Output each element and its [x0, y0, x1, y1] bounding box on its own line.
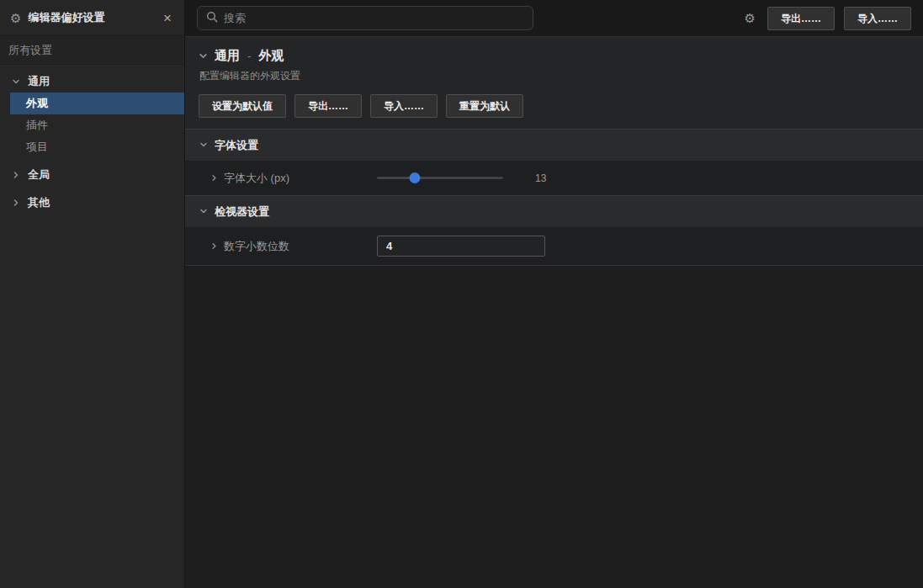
page-title: 外观 [258, 48, 284, 64]
breadcrumb-separator: - [247, 50, 252, 62]
close-icon[interactable]: × [161, 11, 174, 25]
page-actions: 设置为默认值 导出…… 导入…… 重置为默认 [199, 94, 910, 118]
editor-preferences-window: ⚙ 编辑器偏好设置 × 所有设置 通用 外观 插件 项目 [0, 0, 923, 588]
font-size-row: 字体大小 (px) 13 [185, 161, 923, 195]
import-settings-button[interactable]: 导入…… [370, 94, 438, 118]
chevron-down-icon [199, 139, 208, 151]
tree-item-label: 外观 [26, 96, 48, 111]
decimal-places-input[interactable] [377, 236, 545, 257]
tree-item-general[interactable]: 通用 [0, 71, 184, 93]
decimal-places-label: 数字小数位数 [224, 239, 289, 254]
import-button[interactable]: 导入…… [844, 7, 911, 30]
decimal-places-label-group[interactable]: 数字小数位数 [185, 239, 377, 254]
topbar: ⚙ 导出…… 导入…… [185, 0, 923, 37]
section-inspector-settings[interactable]: 检视器设置 [185, 195, 923, 227]
content-empty-area [185, 265, 923, 588]
chevron-down-icon [12, 76, 20, 88]
tree-item-global[interactable]: 全局 [0, 164, 184, 186]
main-panel: ⚙ 导出…… 导入…… 通用 - 外观 配置编辑器的外观设置 设置为默认值 导出… [185, 0, 923, 588]
search-input[interactable] [224, 12, 524, 24]
settings-tree: 通用 外观 插件 项目 全局 其他 [0, 65, 184, 214]
tree-item-label: 全局 [28, 167, 50, 183]
tree-item-label: 其他 [28, 195, 50, 210]
tree-item-other[interactable]: 其他 [0, 192, 184, 214]
font-size-value: 13 [535, 172, 546, 184]
font-size-slider[interactable] [377, 172, 503, 184]
breadcrumb: 通用 - 外观 [199, 48, 910, 64]
topbar-actions: ⚙ 导出…… 导入…… [745, 7, 911, 30]
sidebar-item-all-settings[interactable]: 所有设置 [0, 36, 184, 65]
export-settings-button[interactable]: 导出…… [294, 94, 362, 118]
sidebar-header: ⚙ 编辑器偏好设置 × [0, 0, 184, 36]
section-font-settings[interactable]: 字体设置 [185, 129, 923, 161]
tree-item-appearance[interactable]: 外观 [10, 93, 184, 114]
decimal-places-row: 数字小数位数 [185, 227, 923, 265]
window-title: 编辑器偏好设置 [28, 10, 154, 25]
tree-item-label: 项目 [26, 140, 48, 155]
gear-icon: ⚙ [10, 12, 21, 24]
sidebar: ⚙ 编辑器偏好设置 × 所有设置 通用 外观 插件 项目 [0, 0, 185, 588]
chevron-down-icon [199, 205, 208, 218]
tree-item-plugins[interactable]: 插件 [0, 114, 184, 136]
section-title: 检视器设置 [215, 204, 269, 220]
settings-gear-icon[interactable]: ⚙ [745, 12, 756, 24]
search-box[interactable] [197, 6, 533, 30]
chevron-down-icon[interactable] [199, 49, 208, 64]
slider-track[interactable] [377, 177, 503, 179]
set-default-button[interactable]: 设置为默认值 [199, 94, 286, 118]
page-description: 配置编辑器的外观设置 [199, 69, 910, 83]
chevron-right-icon [210, 172, 218, 184]
tree-item-label: 通用 [28, 74, 50, 89]
chevron-right-icon [12, 169, 20, 182]
tree-item-label: 插件 [26, 118, 48, 133]
breadcrumb-parent: 通用 [215, 48, 240, 64]
export-button[interactable]: 导出…… [767, 7, 835, 30]
chevron-right-icon [210, 240, 218, 252]
font-size-label: 字体大小 (px) [224, 171, 289, 186]
section-title: 字体设置 [215, 138, 258, 153]
page-header: 通用 - 外观 配置编辑器的外观设置 设置为默认值 导出…… 导入…… 重置为默… [185, 37, 923, 129]
reset-default-button[interactable]: 重置为默认 [446, 94, 523, 118]
tree-item-projects[interactable]: 项目 [0, 136, 184, 158]
font-size-label-group[interactable]: 字体大小 (px) [185, 171, 377, 186]
slider-thumb[interactable] [410, 172, 421, 183]
search-icon [206, 11, 218, 26]
chevron-right-icon [12, 197, 20, 209]
